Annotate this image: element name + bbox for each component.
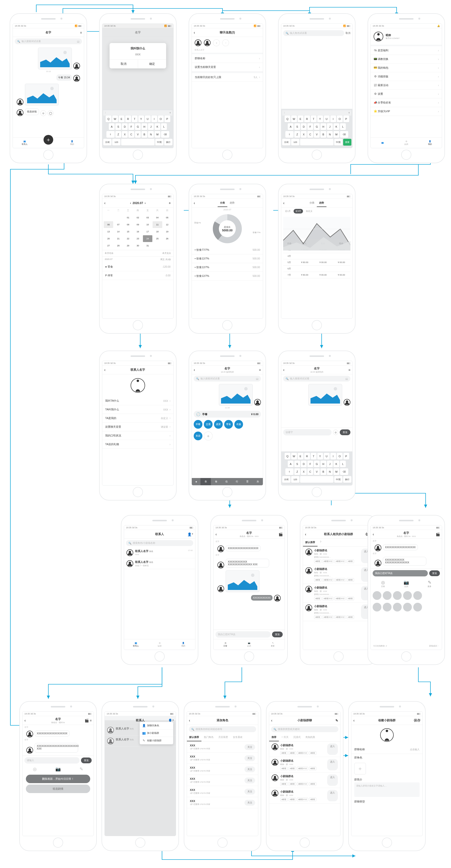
key[interactable]: L — [340, 461, 346, 467]
key[interactable]: J — [327, 461, 333, 467]
cta-start-daily[interactable]: 删除画面，开始今日日常！ — [26, 775, 90, 783]
cat-tab[interactable]: 衣 — [201, 478, 211, 485]
contact-item[interactable]: 联系人名字 角色 你送了一束鲜花 — [124, 558, 195, 569]
pill-value[interactable]: ¥ 0.00 — [251, 413, 259, 415]
modal-ok[interactable]: 确定 — [138, 60, 167, 68]
key-search[interactable]: 搜索 — [343, 139, 351, 146]
back-button[interactable]: ‹ — [189, 718, 190, 723]
key[interactable]: C — [307, 468, 313, 475]
key[interactable]: S — [294, 123, 300, 130]
home-button[interactable] — [43, 150, 54, 160]
emoji-button[interactable]: ☺ — [40, 110, 46, 116]
cat-chip[interactable]: 衣服 — [234, 420, 243, 429]
calendar-day[interactable]: 31 — [143, 242, 152, 249]
seg[interactable]: 月呈双星 — [216, 734, 231, 741]
text-bubble[interactable]: 惊息吹啦 — [25, 108, 39, 115]
search-input[interactable]: 🔍搜索群类型或关键词 — [271, 726, 338, 732]
key[interactable]: V — [314, 131, 320, 138]
key[interactable]: E — [298, 453, 303, 460]
profile-row[interactable]: ⚙ 设置› — [371, 90, 442, 98]
calendar-day[interactable]: 20 — [104, 235, 113, 242]
member-avatar[interactable] — [373, 591, 381, 600]
home-button[interactable] — [154, 651, 165, 661]
seg[interactable]: 推荐 — [269, 734, 279, 741]
key[interactable]: C — [128, 131, 134, 138]
enter-button[interactable]: 进入 — [327, 743, 338, 755]
home-button[interactable] — [312, 320, 322, 330]
key[interactable]: R — [125, 116, 131, 122]
range-pill[interactable]: 近3月 — [294, 209, 303, 214]
key[interactable]: Q — [284, 453, 291, 460]
home-button[interactable] — [401, 651, 411, 661]
key[interactable]: R — [304, 453, 310, 460]
key[interactable]: F — [307, 461, 313, 467]
calendar-day[interactable]: 23 — [133, 235, 143, 242]
back-button[interactable]: ‹ — [283, 201, 284, 205]
script-icon[interactable]: 🎬 — [436, 532, 440, 536]
tab-contacts[interactable]: 👥联系人 — [124, 639, 148, 650]
back-button[interactable]: ‹ — [194, 201, 195, 205]
home-button[interactable] — [312, 150, 322, 160]
seg-default[interactable]: 默认推荐 — [303, 539, 318, 547]
tab-star[interactable]: ★ — [192, 478, 201, 485]
back-button[interactable]: ‹ — [305, 532, 306, 536]
key[interactable]: D — [301, 461, 307, 467]
key[interactable]: Y — [138, 116, 144, 122]
profile-row[interactable]: 💳 我的钱包› — [371, 64, 442, 72]
seg[interactable]: 沉浸式 — [291, 734, 303, 741]
key[interactable]: J — [327, 123, 333, 130]
key[interactable]: R — [304, 116, 310, 122]
key[interactable]: N — [327, 468, 333, 475]
seg-other[interactable]: ? — [318, 539, 324, 547]
calendar-day[interactable]: 06 — [104, 221, 113, 228]
image-bubble[interactable] — [25, 84, 59, 105]
calendar-day[interactable]: 04 — [153, 214, 162, 221]
modal-cancel[interactable]: 取消 — [110, 60, 138, 68]
emoji-button[interactable]: ☺ — [333, 430, 338, 435]
calendar-day[interactable]: 30 — [133, 242, 143, 249]
remove-member[interactable]: － — [222, 39, 229, 46]
calendar-day[interactable]: 28 — [113, 242, 123, 249]
key[interactable]: O — [337, 453, 343, 460]
menu-icon[interactable]: ≡ — [349, 368, 351, 372]
row-friend-limit[interactable]: 当前聊天的好友只上限5人› — [192, 73, 263, 82]
key[interactable]: A — [109, 123, 115, 130]
key[interactable]: W — [291, 116, 297, 122]
key[interactable]: L — [161, 123, 167, 130]
group-avatar[interactable] — [380, 728, 394, 742]
role-row[interactable]: XXX1岁·巨蟹座·170/70·作家关注 — [187, 797, 258, 808]
contact-item[interactable]: 联系人名字 角色 XXX 17:42 — [124, 548, 195, 558]
key[interactable]: B — [321, 468, 326, 475]
key[interactable]: D — [122, 123, 128, 130]
key[interactable]: W — [112, 116, 118, 122]
profile-row[interactable]: ⭐ 升级为VIP› — [371, 107, 442, 116]
image-bubble[interactable] — [219, 384, 253, 406]
key[interactable]: A — [288, 461, 294, 467]
calendar-day[interactable]: 22 — [123, 235, 133, 242]
category-row[interactable]: • 饮食12/7%500.00 — [192, 272, 263, 280]
key[interactable]: N — [327, 131, 333, 138]
key[interactable]: B — [321, 131, 326, 138]
home-button[interactable] — [382, 838, 392, 848]
tab-contacts[interactable]: 👥联系人 — [13, 137, 36, 148]
group-card[interactable]: 小剧场群名 角色 · 朋 · XXX 群简介XXXXXXX… #标签#标签XYZ… — [303, 602, 374, 621]
pill-bubble[interactable]: 午餐 15:34 — [56, 74, 72, 81]
tool-meet[interactable]: 📷认识 — [237, 639, 261, 650]
key[interactable]: V — [135, 131, 141, 138]
avatar[interactable] — [373, 32, 383, 41]
category-row[interactable]: • 饮食12/7%500.00 — [192, 263, 263, 272]
member-avatar[interactable] — [393, 591, 402, 600]
avatar[interactable] — [195, 39, 202, 46]
key[interactable]: X — [301, 131, 307, 138]
popover-item[interactable]: 👥加小剧场群 — [140, 730, 173, 737]
key[interactable]: O — [158, 116, 164, 122]
key[interactable]: P — [343, 453, 349, 460]
profile-row[interactable]: 🛍 卖货福利› — [371, 46, 442, 55]
cat-tab[interactable]: 住 — [221, 478, 232, 485]
fab-add[interactable]: ＋ — [43, 135, 53, 145]
seg[interactable]: 先知的真 — [303, 734, 318, 741]
calendar-day[interactable]: 13 — [104, 228, 113, 235]
key[interactable]: I — [330, 453, 336, 460]
enter-button[interactable]: 进入 — [327, 774, 338, 786]
tab-mine[interactable]: 👤我的 — [60, 137, 84, 148]
